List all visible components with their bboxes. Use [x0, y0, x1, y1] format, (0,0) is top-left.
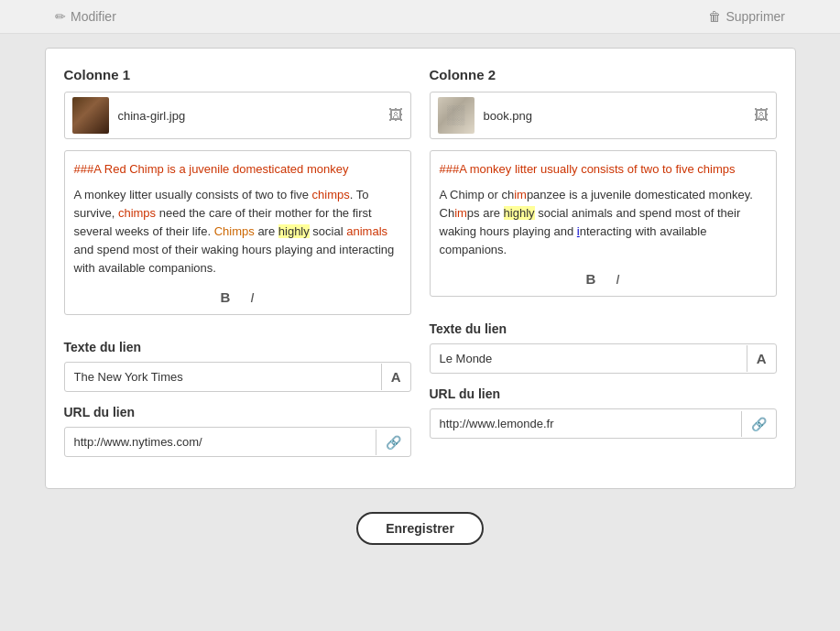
column-2-heading: ###A monkey litter usually consists of t… [440, 160, 767, 179]
column-1-url-label: URL du lien [64, 405, 411, 419]
column-2-link-label: Texte du lien [430, 321, 777, 336]
column-1-text-editor[interactable]: ###A Red Chimp is a juvenile domesticate… [64, 150, 411, 315]
column-1-link-input[interactable] [65, 363, 381, 391]
column-2-thumbnail: ░░░░░░ [438, 97, 475, 134]
column-1-text-content: ###A Red Chimp is a juvenile domesticate… [74, 160, 401, 277]
column-1-title: Colonne 1 [64, 67, 411, 82]
column-1-image-row: china-girl.jpg 🖼 [64, 92, 411, 139]
modifier-button[interactable]: ✏ Modifier [55, 9, 116, 24]
column-2-italic-button[interactable]: I [610, 269, 625, 288]
column-2-text-editor[interactable]: ###A monkey litter usually consists of t… [430, 150, 777, 297]
main-card: Colonne 1 china-girl.jpg 🖼 ###A Red Chim… [45, 48, 796, 489]
supprimer-label: Supprimer [725, 9, 785, 24]
supprimer-button[interactable]: 🗑 Supprimer [708, 9, 785, 24]
column-2-link-a-icon[interactable]: A [747, 345, 776, 372]
column-2-filename: book.png [484, 109, 745, 123]
column-1-heading: ###A Red Chimp is a juvenile domesticate… [74, 160, 401, 179]
column-1-body: A monkey litter usually consists of two … [74, 186, 401, 278]
pencil-icon: ✏ [55, 9, 66, 24]
column-1-editor-toolbar: B I [214, 288, 259, 307]
column-1-link-input-row: A [64, 362, 411, 392]
column-2-image-row: ░░░░░░ book.png 🖼 [430, 92, 777, 139]
column-2: Colonne 2 ░░░░░░ book.png 🖼 ###A monkey … [430, 67, 777, 470]
column-1-url-input[interactable] [65, 428, 376, 456]
column-1-bold-button[interactable]: B [214, 288, 235, 307]
column-1-url-input-row: 🔗 [64, 427, 411, 457]
column-2-title: Colonne 2 [430, 67, 777, 82]
modifier-label: Modifier [71, 9, 116, 24]
column-1-link-label: Texte du lien [64, 340, 411, 354]
column-2-url-label: URL du lien [430, 386, 777, 401]
column-2-editor-toolbar: B I [580, 269, 625, 288]
column-2-url-link-icon[interactable]: 🔗 [741, 411, 776, 437]
column-1: Colonne 1 china-girl.jpg 🖼 ###A Red Chim… [64, 67, 411, 470]
column-1-filename: china-girl.jpg [118, 109, 379, 123]
column-1-image-icon[interactable]: 🖼 [388, 107, 403, 124]
column-1-link-a-icon[interactable]: A [381, 364, 410, 390]
column-2-image-icon[interactable]: 🖼 [754, 107, 769, 124]
column-2-link-input[interactable] [431, 344, 747, 373]
bottom-bar: Enregistrer [0, 503, 840, 554]
column-2-bold-button[interactable]: B [580, 269, 601, 288]
column-1-url-link-icon[interactable]: 🔗 [376, 430, 410, 455]
column-1-thumbnail [72, 97, 109, 134]
save-button[interactable]: Enregistrer [356, 512, 484, 545]
column-2-text-content: ###A monkey litter usually consists of t… [440, 160, 767, 259]
columns-row: Colonne 1 china-girl.jpg 🖼 ###A Red Chim… [64, 67, 777, 470]
column-1-italic-button[interactable]: I [245, 288, 259, 307]
column-2-link-input-row: A [430, 343, 777, 374]
trash-icon: 🗑 [708, 9, 721, 24]
column-2-url-input-row: 🔗 [430, 408, 777, 439]
column-2-url-input[interactable] [431, 409, 741, 438]
column-2-body: A Chimp or chimpanzee is a juvenile dome… [440, 186, 767, 260]
top-toolbar: ✏ Modifier 🗑 Supprimer [0, 0, 840, 34]
